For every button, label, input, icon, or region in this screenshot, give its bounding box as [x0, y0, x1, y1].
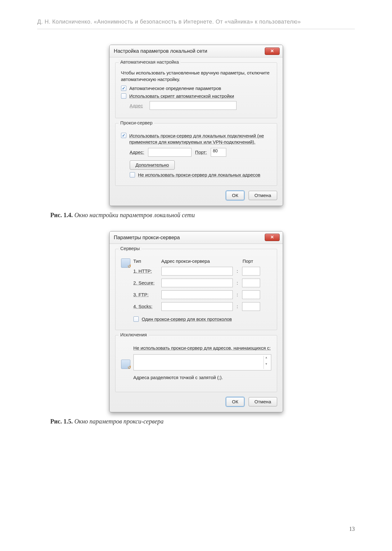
proxy-addr-label: Адрес:	[130, 150, 144, 155]
checkbox-bypass-local[interactable]	[130, 172, 135, 177]
row-secure-addr[interactable]	[161, 279, 233, 287]
group-exceptions-legend: Исключения	[119, 332, 149, 337]
caption-1-5-text: Окно параметров прокси-сервера	[73, 418, 164, 425]
group-exceptions: Исключения Не использовать прокси-сервер…	[115, 335, 277, 392]
exceptions-hint: Адреса разделяются точкой с запятой (;).	[133, 374, 271, 381]
script-addr-label: Адрес	[130, 103, 146, 108]
proxy-port-label: Порт:	[195, 150, 207, 155]
label-bypass-local: Не использовать прокси-сервер для локаль…	[138, 172, 260, 177]
ok-button[interactable]: ОК	[226, 397, 244, 406]
row-ftp-type: 3. FTP:	[133, 292, 158, 297]
row-secure-port[interactable]	[242, 279, 260, 287]
cancel-button[interactable]: Отмена	[249, 397, 277, 406]
group-servers: Серверы Тип Адрес прокси-сервера Порт 1.…	[115, 249, 277, 330]
auto-desc: Чтобы использовать установленные вручную…	[121, 69, 271, 83]
checkbox-useproxy[interactable]	[121, 133, 126, 138]
col-type: Тип	[133, 258, 158, 264]
group-auto-legend: Автоматическая настройка	[119, 59, 181, 65]
exceptions-desc: Не использовать прокси-сервер для адресо…	[133, 345, 271, 351]
caption-1-4: Рис. 1.4. Окно настройки параметров лока…	[50, 212, 355, 219]
servers-icon	[121, 258, 130, 268]
row-http-addr[interactable]	[161, 267, 233, 276]
cancel-button[interactable]: Отмена	[249, 191, 277, 200]
label-usescript: Использовать скрипт автоматической настр…	[129, 93, 234, 99]
label-autodetect: Автоматическое определение параметров	[129, 86, 221, 91]
caption-1-5-prefix: Рис. 1.5.	[50, 418, 73, 425]
group-auto: Автоматическая настройка Чтобы использов…	[115, 62, 277, 118]
ok-button[interactable]: ОК	[226, 191, 244, 200]
dialog-proxy-settings: Параметры прокси-сервера ✕ Серверы Тип А…	[109, 231, 283, 412]
checkbox-one-for-all[interactable]	[133, 316, 139, 322]
page-number: 13	[349, 526, 355, 532]
row-secure-type: 2. Secure:	[133, 280, 158, 285]
row-socks-port[interactable]	[242, 302, 260, 311]
checkbox-autodetect[interactable]	[121, 86, 126, 91]
proxy-addr-input[interactable]	[148, 148, 191, 157]
dialog-lan-settings: Настройка параметров локальной сети ✕ Ав…	[109, 45, 283, 206]
colon: :	[236, 292, 239, 297]
close-icon[interactable]: ✕	[265, 234, 280, 241]
group-proxy: Прокси-сервер Использовать прокси-сервер…	[115, 123, 277, 186]
exceptions-textarea[interactable]: ▲▼	[133, 354, 271, 370]
dialog2-titlebar: Параметры прокси-сервера ✕	[110, 231, 283, 244]
script-addr-input[interactable]	[150, 101, 237, 110]
caption-1-4-text: Окно настройки параметров локальной сети	[73, 212, 195, 218]
scroll-icon[interactable]: ▲▼	[264, 356, 269, 369]
caption-1-5: Рис. 1.5. Окно параметров прокси-сервера	[50, 418, 355, 425]
dialog1-title: Настройка параметров локальной сети	[114, 48, 207, 54]
checkbox-usescript[interactable]	[121, 93, 126, 99]
advanced-button[interactable]: Дополнительно	[130, 160, 175, 170]
row-http-type: 1. HTTP:	[133, 268, 158, 274]
label-useproxy: Использовать прокси-сервер для локальных…	[129, 133, 271, 146]
caption-1-4-prefix: Рис. 1.4.	[50, 212, 73, 218]
dialog1-titlebar: Настройка параметров локальной сети ✕	[110, 45, 283, 57]
col-addr: Адрес прокси-сервера	[161, 258, 233, 264]
row-ftp-port[interactable]	[242, 290, 260, 299]
colon: :	[236, 304, 239, 309]
group-proxy-legend: Прокси-сервер	[119, 120, 155, 125]
page-header: Д. Н. Колисниченко. «Анонимность и безоп…	[37, 19, 355, 29]
exceptions-icon	[121, 360, 130, 369]
row-ftp-addr[interactable]	[161, 290, 233, 299]
row-socks-type: 4. Socks:	[133, 304, 158, 309]
row-http-port[interactable]	[242, 267, 260, 276]
colon: :	[236, 268, 239, 274]
colon: :	[236, 280, 239, 285]
dialog2-title: Параметры прокси-сервера	[114, 235, 180, 240]
row-socks-addr[interactable]	[161, 302, 233, 311]
group-servers-legend: Серверы	[119, 246, 142, 251]
close-icon[interactable]: ✕	[265, 47, 280, 55]
advanced-button-label: Дополнительно	[136, 162, 169, 168]
label-one-for-all: Один прокси-сервер для всех протоколов	[142, 316, 232, 322]
proxy-port-input[interactable]: 80	[211, 148, 226, 157]
col-port: Порт	[243, 258, 261, 264]
